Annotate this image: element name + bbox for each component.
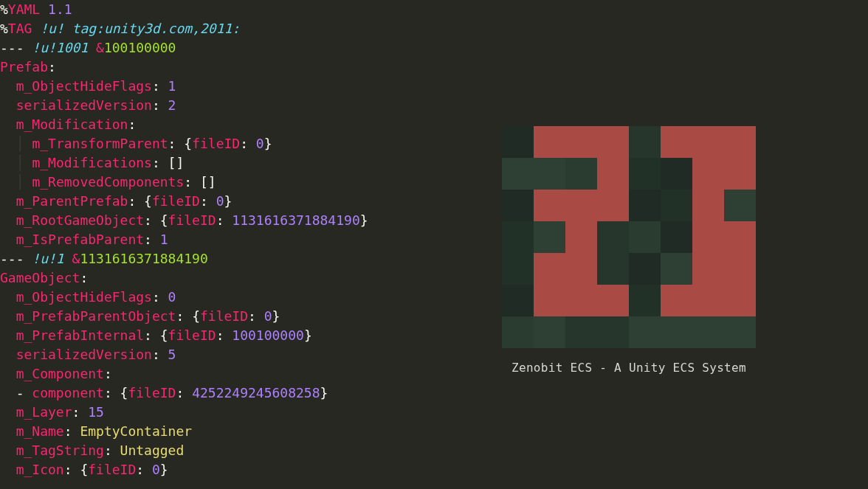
- logo-pixel: [597, 221, 629, 253]
- logo-pixel: [502, 253, 534, 285]
- logo-pixel: [629, 316, 661, 348]
- logo-pixel: [502, 221, 534, 253]
- code-line: m_Modification:: [0, 115, 443, 134]
- logo-pixel: [724, 126, 756, 158]
- code-line: - component: {fileID: 4252249245608258}: [0, 384, 443, 403]
- logo-pixel: [534, 126, 565, 158]
- logo-pixel: [502, 158, 534, 190]
- code-line: serializedVersion: 2: [0, 96, 443, 115]
- logo-pixel: [629, 158, 661, 190]
- code-line: serializedVersion: 5: [0, 345, 443, 364]
- logo-pixel: [629, 253, 661, 285]
- code-line: %YAML 1.1: [0, 0, 443, 19]
- logo-pixel: [502, 190, 534, 221]
- logo-pixel: [534, 190, 565, 221]
- code-line: --- !u!1001 &100100000: [0, 38, 443, 58]
- logo-pixel: [692, 253, 724, 285]
- logo-pixel: [724, 190, 756, 221]
- logo-pixel: [565, 316, 597, 348]
- zenobit-logo-icon: [502, 126, 756, 348]
- code-line: m_Icon: {fileID: 0}: [0, 460, 443, 479]
- logo-pixel: [724, 158, 756, 190]
- logo-pixel: [692, 285, 724, 316]
- code-line: m_ParentPrefab: {fileID: 0}: [0, 192, 443, 211]
- logo-pixel: [565, 158, 597, 190]
- code-line: m_PrefabParentObject: {fileID: 0}: [0, 307, 443, 326]
- logo-pixel: [724, 316, 756, 348]
- logo-pixel: [565, 126, 597, 158]
- code-line: m_PrefabInternal: {fileID: 100100000}: [0, 326, 443, 345]
- logo-pixel: [534, 316, 565, 348]
- code-line: m_Component:: [0, 364, 443, 384]
- logo-pixel: [661, 253, 692, 285]
- logo-pixel: [534, 285, 565, 316]
- logo-pixel: [534, 158, 565, 190]
- logo-pixel: [534, 253, 565, 285]
- code-line: m_Name: EmptyContainer: [0, 422, 443, 441]
- logo-pixel: [565, 190, 597, 221]
- code-line: --- !u!1 &1131616371884190: [0, 249, 443, 268]
- logo-pixel: [597, 126, 629, 158]
- logo-pixel: [502, 285, 534, 316]
- logo-pixel: [597, 285, 629, 316]
- code-line: m_TagString: Untagged: [0, 441, 443, 460]
- code-line: m_ObjectHideFlags: 1: [0, 77, 443, 96]
- code-line: m_RootGameObject: {fileID: 1131616371884…: [0, 211, 443, 230]
- logo-pixel: [692, 126, 724, 158]
- logo-pixel: [661, 285, 692, 316]
- code-line: │ m_Modifications: []: [0, 153, 443, 173]
- logo-pixel: [502, 316, 534, 348]
- code-line: m_Layer: 15: [0, 403, 443, 422]
- logo-pixel: [661, 316, 692, 348]
- code-editor: %YAML 1.1%TAG !u! tag:unity3d.com,2011:-…: [0, 0, 443, 489]
- logo-pixel: [629, 126, 661, 158]
- code-line: Prefab:: [0, 58, 443, 77]
- logo-pixel: [724, 285, 756, 316]
- logo-pixel: [692, 221, 724, 253]
- code-line: │ m_TransformParent: {fileID: 0}: [0, 134, 443, 153]
- logo-pixel: [661, 190, 692, 221]
- logo-pixel: [692, 190, 724, 221]
- logo-pixel: [534, 221, 565, 253]
- logo-caption: Zenobit ECS - A Unity ECS System: [502, 358, 756, 378]
- logo-pixel: [597, 316, 629, 348]
- logo-pixel: [629, 221, 661, 253]
- code-line: GameObject:: [0, 268, 443, 288]
- logo-pixel: [502, 126, 534, 158]
- logo-pixel: [597, 253, 629, 285]
- code-line: %TAG !u! tag:unity3d.com,2011:: [0, 19, 443, 38]
- logo-pixel: [629, 190, 661, 221]
- logo-pixel: [565, 253, 597, 285]
- logo-pixel: [661, 126, 692, 158]
- logo-pixel: [692, 316, 724, 348]
- logo-pixel: [597, 158, 629, 190]
- code-line: m_ObjectHideFlags: 0: [0, 288, 443, 307]
- logo-pixel: [565, 221, 597, 253]
- logo-pixel: [565, 285, 597, 316]
- logo-pixel: [661, 158, 692, 190]
- preview-pane: Zenobit ECS - A Unity ECS System: [443, 0, 868, 489]
- logo-pixel: [724, 221, 756, 253]
- logo-pixel: [692, 158, 724, 190]
- logo-pixel: [661, 221, 692, 253]
- logo-pixel: [629, 285, 661, 316]
- code-line: m_IsPrefabParent: 1: [0, 230, 443, 249]
- logo-pixel: [597, 190, 629, 221]
- code-line: │ m_RemovedComponents: []: [0, 173, 443, 192]
- logo-pixel: [724, 253, 756, 285]
